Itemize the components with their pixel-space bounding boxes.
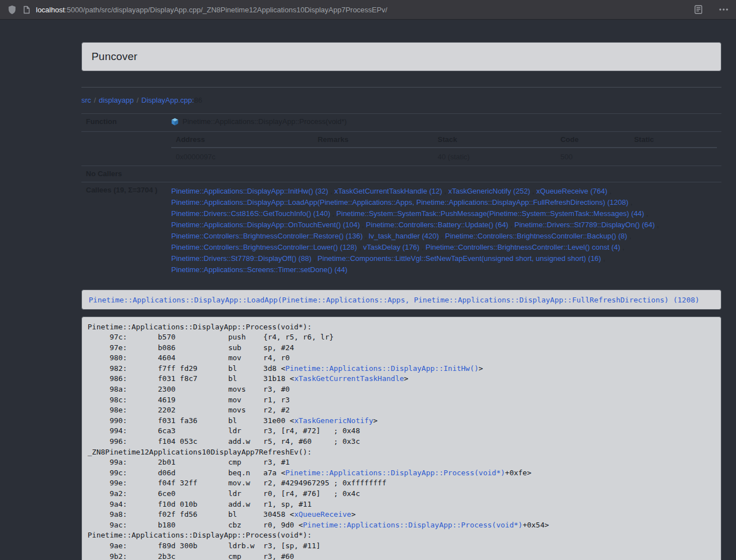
callee-separator: , bbox=[328, 187, 335, 195]
code-symbol-link[interactable]: xQueueReceive bbox=[294, 510, 351, 518]
callee-separator: , bbox=[312, 254, 318, 263]
callee-link[interactable]: Pinetime::Controllers::BrightnessControl… bbox=[426, 243, 620, 251]
callee-separator: , bbox=[357, 243, 363, 251]
callee-separator: , bbox=[628, 198, 632, 206]
url-path: :5000/path/src/displayapp/DisplayApp.cpp… bbox=[65, 6, 387, 14]
callee-link[interactable]: Pinetime::Controllers::Battery::Update()… bbox=[366, 221, 509, 229]
callees-label: Callees (19, Σ=3704 ) bbox=[81, 182, 167, 279]
callee-separator: , bbox=[419, 243, 426, 251]
breadcrumb-separator: / bbox=[136, 96, 139, 104]
app-title-panel: Puncover bbox=[81, 42, 721, 71]
callee-link[interactable]: Pinetime::Controllers::BrightnessControl… bbox=[171, 243, 357, 251]
code-symbol-link[interactable]: xTaskGetCurrentTaskHandle bbox=[294, 374, 404, 383]
callee-separator: , bbox=[655, 221, 659, 229]
callee-link[interactable]: xTaskGetCurrentTaskHandle (12) bbox=[334, 187, 442, 195]
reader-view-icon[interactable] bbox=[694, 5, 702, 14]
url-text: localhost:5000/path/src/displayapp/Displ… bbox=[36, 6, 387, 14]
breadcrumb-line-number: 86 bbox=[194, 96, 202, 104]
callee-link[interactable]: Pinetime::Controllers::BrightnessControl… bbox=[445, 232, 627, 240]
column-header-remarks: Remarks bbox=[313, 132, 433, 148]
callee-separator: , bbox=[627, 232, 631, 240]
callee-link[interactable]: Pinetime::Applications::DisplayApp::OnTo… bbox=[171, 221, 360, 229]
stack-value: 40 (static) bbox=[433, 148, 556, 166]
table-row: Function Pinetime::Applications::Display… bbox=[81, 114, 721, 132]
code-symbol-link[interactable]: xTaskGenericNotify bbox=[294, 416, 373, 425]
code-symbol-link[interactable]: Pinetime::Applications::DisplayApp::Proc… bbox=[303, 521, 523, 529]
symbol-type-icon bbox=[171, 118, 179, 126]
loadapp-panel: Pinetime::Applications::DisplayApp::Load… bbox=[81, 290, 721, 310]
column-header-code: Code bbox=[556, 132, 629, 148]
breadcrumb-src-link[interactable]: src bbox=[81, 96, 91, 104]
callee-link[interactable]: xTaskGenericNotify (252) bbox=[449, 187, 531, 195]
callees-list: Pinetime::Applications::DisplayApp::Init… bbox=[167, 182, 721, 279]
callee-link[interactable]: xQueueReceive (764) bbox=[536, 187, 607, 195]
loadapp-link[interactable]: Pinetime::Applications::DisplayApp::Load… bbox=[89, 296, 700, 304]
static-value bbox=[629, 148, 717, 166]
callee-separator: , bbox=[620, 243, 624, 251]
column-header-static: Static bbox=[629, 132, 717, 148]
url-host: localhost bbox=[36, 6, 65, 14]
callee-link[interactable]: Pinetime::Applications::DisplayApp::Init… bbox=[171, 187, 328, 195]
table-row: 0x0000097c 40 (static) 500 bbox=[171, 148, 717, 166]
code-symbol-link[interactable]: Pinetime::Applications::DisplayApp::Init… bbox=[285, 364, 478, 373]
no-callers-cell bbox=[167, 166, 721, 182]
column-header-stack: Stack bbox=[433, 132, 556, 148]
url-bar[interactable]: localhost:5000/path/src/displayapp/Displ… bbox=[23, 6, 688, 14]
callee-separator: , bbox=[360, 221, 366, 229]
callee-link[interactable]: Pinetime::Drivers::St7789::DisplayOff() … bbox=[171, 254, 312, 263]
function-row-label: Function bbox=[81, 114, 167, 132]
callee-separator: , bbox=[330, 209, 336, 218]
callee-separator: , bbox=[439, 232, 445, 240]
page-icon bbox=[23, 6, 30, 14]
table-row: Address Remarks Stack Code Static 0x0000… bbox=[81, 131, 721, 166]
breadcrumb-dir-link[interactable]: displayapp bbox=[99, 96, 134, 104]
no-callers-label: No Callers bbox=[81, 166, 167, 182]
callee-separator: , bbox=[363, 232, 369, 240]
callee-separator: , bbox=[607, 187, 611, 195]
callee-link[interactable]: Pinetime::Applications::Screens::Timer::… bbox=[171, 265, 348, 274]
address-value: 0x0000097c bbox=[171, 148, 313, 166]
breadcrumb-file-link[interactable]: DisplayApp.cpp: bbox=[141, 96, 194, 104]
disassembly-block: Pinetime::Applications::DisplayApp::Proc… bbox=[81, 316, 721, 560]
callee-separator: , bbox=[442, 187, 449, 195]
empty-row-label bbox=[81, 131, 167, 166]
menu-icon[interactable] bbox=[719, 8, 728, 11]
callee-link[interactable]: Pinetime::Drivers::St7789::DisplayOn() (… bbox=[514, 221, 655, 229]
column-header-address: Address bbox=[171, 132, 313, 148]
breadcrumb-separator: / bbox=[94, 96, 96, 104]
browser-toolbar: localhost:5000/path/src/displayapp/Displ… bbox=[0, 0, 736, 20]
page-title: Puncover bbox=[92, 51, 711, 63]
address-table: Address Remarks Stack Code Static 0x0000… bbox=[171, 132, 717, 166]
remarks-value bbox=[313, 148, 433, 166]
shield-icon[interactable] bbox=[8, 5, 16, 15]
callee-link[interactable]: Pinetime::Drivers::Cst816S::GetTouchInfo… bbox=[171, 209, 330, 218]
code-symbol-link[interactable]: Pinetime::Applications::DisplayApp::Proc… bbox=[285, 469, 505, 477]
table-row: No Callers bbox=[81, 166, 721, 182]
callee-separator: , bbox=[530, 187, 536, 195]
callee-link[interactable]: Pinetime::Controllers::BrightnessControl… bbox=[171, 232, 363, 240]
callee-separator: , bbox=[601, 254, 605, 263]
page-content: Puncover src/displayapp/DisplayApp.cpp:8… bbox=[0, 20, 736, 560]
callee-link[interactable]: Pinetime::System::SystemTask::PushMessag… bbox=[336, 209, 644, 218]
callee-separator: , bbox=[644, 209, 648, 218]
function-signature: Pinetime::Applications::DisplayApp::Proc… bbox=[182, 117, 347, 126]
callee-link[interactable]: lv_task_handler (420) bbox=[369, 232, 439, 240]
divider bbox=[81, 87, 721, 88]
callee-link[interactable]: vTaskDelay (176) bbox=[363, 243, 419, 251]
table-header-row: Address Remarks Stack Code Static bbox=[171, 132, 717, 148]
callee-link[interactable]: Pinetime::Applications::DisplayApp::Load… bbox=[171, 198, 628, 206]
breadcrumb: src/displayapp/DisplayApp.cpp:86 bbox=[81, 96, 721, 105]
code-value: 500 bbox=[556, 148, 629, 166]
callee-separator: , bbox=[508, 221, 514, 229]
symbol-table: Function Pinetime::Applications::Display… bbox=[81, 113, 721, 279]
callee-link[interactable]: Pinetime::Components::LittleVgl::SetNewT… bbox=[318, 254, 601, 263]
table-row: Callees (19, Σ=3704 ) Pinetime::Applicat… bbox=[81, 182, 721, 279]
